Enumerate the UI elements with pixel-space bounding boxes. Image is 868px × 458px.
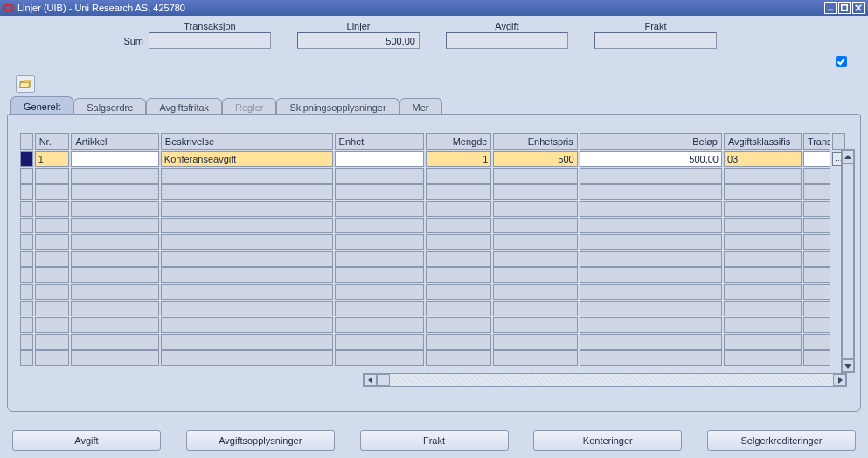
- horizontal-scrollbar[interactable]: [363, 373, 847, 387]
- empty-cell[interactable]: [426, 267, 491, 283]
- empty-cell[interactable]: [35, 218, 70, 233]
- col-belop[interactable]: Beløp: [580, 133, 722, 150]
- selgerkrediteringer-button[interactable]: Selgerkrediteringer: [707, 430, 856, 451]
- empty-cell[interactable]: [20, 350, 33, 366]
- tab-regler[interactable]: Regler: [222, 98, 276, 115]
- empty-cell[interactable]: [161, 201, 333, 217]
- empty-cell[interactable]: [20, 168, 33, 184]
- empty-cell[interactable]: [493, 201, 577, 217]
- empty-cell[interactable]: [20, 234, 33, 250]
- empty-cell[interactable]: [71, 201, 158, 217]
- empty-cell[interactable]: [35, 301, 70, 316]
- empty-cell[interactable]: [335, 267, 425, 283]
- minimize-button[interactable]: [824, 2, 837, 14]
- empty-cell[interactable]: [71, 301, 158, 316]
- cell-avgift[interactable]: 03: [724, 151, 802, 167]
- empty-cell[interactable]: [71, 168, 158, 184]
- empty-cell[interactable]: [71, 267, 158, 283]
- empty-cell[interactable]: [335, 234, 425, 250]
- empty-cell[interactable]: [580, 168, 722, 184]
- empty-cell[interactable]: [161, 301, 333, 316]
- sum-field-linjer[interactable]: 500,00: [297, 32, 420, 49]
- empty-cell[interactable]: [426, 350, 491, 366]
- empty-cell[interactable]: [161, 317, 333, 333]
- empty-cell[interactable]: [161, 168, 333, 184]
- empty-cell[interactable]: [335, 350, 425, 366]
- sum-field-frakt[interactable]: [594, 32, 717, 49]
- tab-mer[interactable]: Mer: [399, 98, 442, 115]
- tab-generelt[interactable]: Generelt: [10, 96, 73, 115]
- empty-cell[interactable]: [724, 301, 802, 316]
- empty-cell[interactable]: [724, 267, 802, 283]
- empty-cell[interactable]: [803, 201, 830, 217]
- tab-salgsordre[interactable]: Salgsordre: [73, 98, 146, 115]
- cell-trans[interactable]: [803, 151, 830, 167]
- col-enhet[interactable]: Enhet: [335, 133, 425, 150]
- empty-cell[interactable]: [20, 251, 33, 267]
- empty-cell[interactable]: [580, 334, 722, 350]
- empty-cell[interactable]: [803, 218, 830, 233]
- empty-cell[interactable]: [426, 251, 491, 267]
- empty-cell[interactable]: [493, 317, 577, 333]
- tab-skipning[interactable]: Skipningsopplysninger: [276, 98, 399, 115]
- col-beskrivelse[interactable]: Beskrivelse: [161, 133, 333, 150]
- empty-cell[interactable]: [71, 234, 158, 250]
- col-trans[interactable]: Trans.: [803, 133, 830, 150]
- empty-cell[interactable]: [426, 301, 491, 316]
- empty-cell[interactable]: [335, 317, 425, 333]
- empty-cell[interactable]: [724, 317, 802, 333]
- empty-cell[interactable]: [335, 284, 425, 300]
- empty-cell[interactable]: [803, 301, 830, 316]
- col-avgift[interactable]: Avgiftsklassifis: [724, 133, 802, 150]
- empty-cell[interactable]: [493, 267, 577, 283]
- scroll-right-icon[interactable]: [833, 374, 846, 386]
- empty-cell[interactable]: [426, 317, 491, 333]
- empty-cell[interactable]: [580, 284, 722, 300]
- empty-cell[interactable]: [161, 334, 333, 350]
- empty-cell[interactable]: [803, 251, 830, 267]
- empty-cell[interactable]: [35, 201, 70, 217]
- row-selector[interactable]: [20, 151, 33, 167]
- empty-cell[interactable]: [724, 168, 802, 184]
- empty-cell[interactable]: [724, 251, 802, 267]
- empty-cell[interactable]: [803, 334, 830, 350]
- v-thumb[interactable]: [842, 163, 854, 359]
- col-mengde[interactable]: Mengde: [426, 133, 491, 150]
- empty-cell[interactable]: [335, 218, 425, 233]
- scroll-down-icon[interactable]: [842, 359, 854, 372]
- scroll-up-icon[interactable]: [842, 150, 854, 163]
- empty-cell[interactable]: [580, 350, 722, 366]
- empty-cell[interactable]: [335, 168, 425, 184]
- avgiftsopplysninger-button[interactable]: Avgiftsopplysninger: [186, 430, 335, 451]
- empty-cell[interactable]: [426, 284, 491, 300]
- empty-cell[interactable]: [724, 184, 802, 200]
- empty-cell[interactable]: [803, 350, 830, 366]
- col-nr[interactable]: Nr.: [35, 133, 70, 150]
- empty-cell[interactable]: [580, 218, 722, 233]
- empty-cell[interactable]: [35, 168, 70, 184]
- empty-cell[interactable]: [161, 251, 333, 267]
- empty-cell[interactable]: [20, 184, 33, 200]
- folder-button[interactable]: [16, 75, 35, 93]
- empty-cell[interactable]: [580, 301, 722, 316]
- empty-cell[interactable]: [35, 284, 70, 300]
- col-enhetspris[interactable]: Enhetspris: [493, 133, 577, 150]
- empty-cell[interactable]: [493, 284, 577, 300]
- cell-mengde[interactable]: 1: [426, 151, 491, 167]
- cell-beskrivelse[interactable]: Konferanseavgift: [161, 151, 333, 167]
- empty-cell[interactable]: [803, 184, 830, 200]
- empty-cell[interactable]: [493, 168, 577, 184]
- empty-cell[interactable]: [426, 218, 491, 233]
- h-thumb[interactable]: [377, 374, 390, 386]
- empty-cell[interactable]: [71, 251, 158, 267]
- cell-enhet[interactable]: [335, 151, 425, 167]
- sum-field-avgift[interactable]: [446, 32, 568, 49]
- empty-cell[interactable]: [20, 317, 33, 333]
- close-button[interactable]: [852, 2, 865, 14]
- empty-cell[interactable]: [724, 350, 802, 366]
- empty-cell[interactable]: [493, 334, 577, 350]
- empty-cell[interactable]: [71, 350, 158, 366]
- scroll-left-icon[interactable]: [364, 374, 377, 386]
- empty-cell[interactable]: [724, 218, 802, 233]
- empty-cell[interactable]: [493, 251, 577, 267]
